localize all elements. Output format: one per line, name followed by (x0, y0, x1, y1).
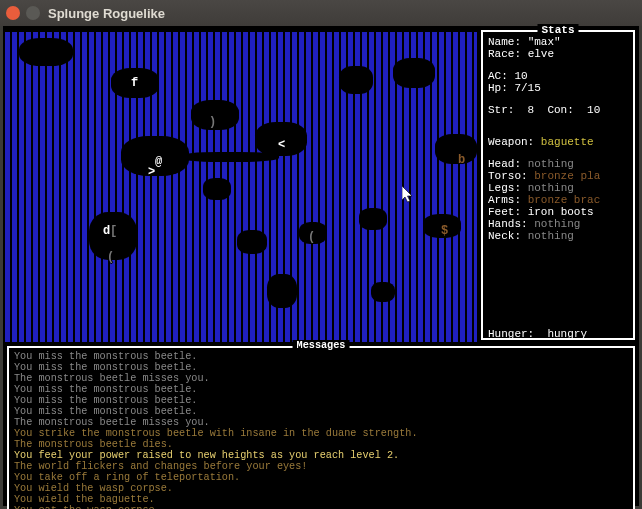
message-line: The world flickers and changes before yo… (14, 461, 628, 472)
map-glyph: @ (155, 156, 162, 168)
message-line: You take off a ring of teleportation. (14, 472, 628, 483)
stat-arms: Arms: bronze brac (488, 194, 628, 206)
message-line: The monstrous beetle misses you. (14, 417, 628, 428)
window-titlebar: Splunge Roguelike (0, 0, 642, 26)
map-glyph: $ (441, 225, 448, 237)
messages-panel-label: Messages (293, 340, 350, 351)
map-glyph: f (131, 77, 138, 89)
stat-hunger: Hunger: hungry (488, 328, 628, 340)
message-line: You wield the wasp corpse. (14, 483, 628, 494)
message-list: You miss the monstrous beetle.You miss t… (14, 351, 628, 509)
stat-weapon: Weapon: baguette (488, 136, 628, 148)
map-glyph: ) (209, 116, 216, 128)
messages-panel: Messages You miss the monstrous beetle.Y… (7, 346, 635, 509)
stat-feet: Feet: iron boots (488, 206, 628, 218)
stat-hands: Hands: nothing (488, 218, 628, 230)
stat-race: Race: elve (488, 48, 628, 60)
map-glyph: b (458, 154, 465, 166)
message-line: You miss the monstrous beetle. (14, 384, 628, 395)
message-line: The monstrous beetle dies. (14, 439, 628, 450)
stats-panel: Stats Name: "max" Race: elve AC: 10 Hp: … (481, 30, 635, 340)
message-line: You miss the monstrous beetle. (14, 395, 628, 406)
message-line: You eat the wasp corpse. (14, 505, 628, 509)
map-glyph: < (278, 139, 285, 151)
window-controls (6, 6, 40, 20)
map-dark-patch (393, 58, 435, 88)
window-minimize-button[interactable] (26, 6, 40, 20)
message-line: You miss the monstrous beetle. (14, 351, 628, 362)
map-dark-patch (179, 152, 279, 162)
map-dark-patch (359, 208, 387, 230)
stat-ac: AC: 10 (488, 70, 628, 82)
message-line: You strike the monstrous beetle with ins… (14, 428, 628, 439)
map-dark-patch (237, 230, 267, 254)
map-glyph: > (148, 166, 155, 178)
map-glyph: ( (308, 231, 315, 243)
map-dark-patch (371, 282, 395, 302)
window-close-button[interactable] (6, 6, 20, 20)
message-line: You feel your power raised to new height… (14, 450, 628, 461)
window-title: Splunge Roguelike (48, 6, 165, 21)
stat-name: Name: "max" (488, 36, 628, 48)
map-dark-patch (267, 274, 297, 308)
map-dark-patch (435, 134, 477, 164)
dungeon-map[interactable]: f)<@>bd[(($ (3, 26, 479, 344)
stat-hp: Hp: 7/15 (488, 82, 628, 94)
map-dark-patch (19, 38, 73, 66)
stats-panel-label: Stats (537, 24, 578, 36)
map-glyph: [ (110, 225, 117, 237)
stat-neck: Neck: nothing (488, 230, 628, 242)
stat-legs: Legs: nothing (488, 182, 628, 194)
message-line: You miss the monstrous beetle. (14, 406, 628, 417)
stat-str-con: Str: 8 Con: 10 (488, 104, 628, 116)
stat-head: Head: nothing (488, 158, 628, 170)
stat-torso: Torso: bronze pla (488, 170, 628, 182)
map-glyph: ( (107, 251, 114, 263)
game-viewport: f)<@>bd[(($ Stats Name: "max" Race: elve… (3, 26, 639, 506)
message-line: You miss the monstrous beetle. (14, 362, 628, 373)
map-dark-patch (339, 66, 373, 94)
message-line: You wield the baguette. (14, 494, 628, 505)
message-line: The monstrous beetle misses you. (14, 373, 628, 384)
map-dark-patch (203, 178, 231, 200)
